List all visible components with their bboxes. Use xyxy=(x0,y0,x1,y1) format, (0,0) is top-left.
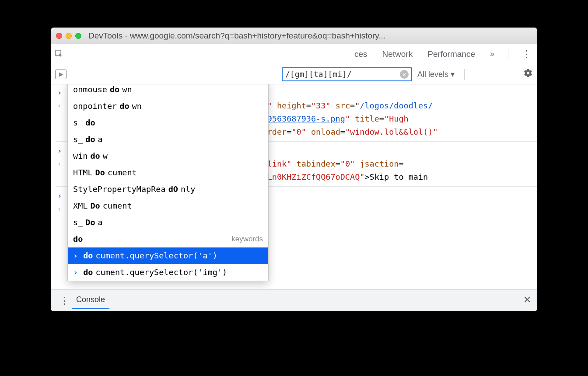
autocomplete-item[interactable]: s_doa xyxy=(68,131,268,148)
clear-filter-icon[interactable]: ✕ xyxy=(400,70,409,79)
devtools-window: DevTools - www.google.com/search?q=bash+… xyxy=(51,28,537,311)
autocomplete-item[interactable]: onpointerdown xyxy=(68,98,268,115)
drawer-menu-icon[interactable]: ⋮ xyxy=(57,290,72,306)
autocomplete-item[interactable]: XMLDocument xyxy=(68,198,268,214)
input-arrow-icon xyxy=(56,86,63,99)
log-levels-dropdown[interactable]: All levels ▾ xyxy=(417,70,455,79)
console-toolbar: /[gm][ta][mi]/ ✕ All levels ▾ xyxy=(51,64,537,84)
autocomplete-item[interactable]: dokeywords xyxy=(68,231,268,247)
autocomplete-item[interactable]: s_do xyxy=(68,115,268,131)
autocomplete-item-selected[interactable]: document.querySelector('a') xyxy=(68,247,268,264)
window-title: DevTools - www.google.com/search?q=bash+… xyxy=(88,31,532,41)
console-body: onmousedown onpointerdown s_do s_doa win… xyxy=(51,84,537,289)
traffic-lights xyxy=(56,33,81,39)
drawer: ⋮ Console ✕ xyxy=(51,289,537,311)
more-menu-icon[interactable]: ⋮ xyxy=(519,49,534,60)
window-titlebar: DevTools - www.google.com/search?q=bash+… xyxy=(51,28,537,44)
input-arrow-icon xyxy=(56,144,63,157)
console-filter-input[interactable]: /[gm][ta][mi]/ ✕ xyxy=(282,67,412,81)
inspect-element-icon[interactable] xyxy=(54,49,65,59)
filter-value: /[gm][ta][mi]/ xyxy=(285,70,400,79)
tab-partial[interactable]: ces xyxy=(350,49,372,59)
minimize-window-button[interactable] xyxy=(66,33,72,39)
divider xyxy=(508,49,508,60)
tab-more-icon[interactable]: » xyxy=(486,49,497,59)
devtools-tabbar: ces Network Performance » ⋮ xyxy=(51,44,537,64)
autocomplete-popup: onmousedown onpointerdown s_do s_doa win… xyxy=(67,84,269,281)
autocomplete-item[interactable]: HTMLDocument xyxy=(68,164,268,181)
autocomplete-item[interactable]: window xyxy=(68,148,268,164)
zoom-window-button[interactable] xyxy=(75,33,81,39)
tab-network[interactable]: Network xyxy=(378,49,417,59)
close-drawer-icon[interactable]: ✕ xyxy=(523,290,531,306)
autocomplete-item[interactable]: s_Doa xyxy=(68,214,268,231)
drawer-tab-console[interactable]: Console xyxy=(72,290,109,309)
eager-eval-arrow-icon xyxy=(56,202,63,216)
divider xyxy=(464,69,465,80)
input-arrow-icon xyxy=(56,189,63,202)
execution-context-icon[interactable] xyxy=(55,70,66,79)
output-arrow-icon xyxy=(56,157,63,171)
output-arrow-icon xyxy=(56,99,63,112)
autocomplete-item[interactable]: document.querySelector('img') xyxy=(68,264,268,281)
console-settings-icon[interactable] xyxy=(523,68,533,80)
log-levels-label: All levels ▾ xyxy=(417,70,455,79)
close-window-button[interactable] xyxy=(56,33,62,39)
autocomplete-item[interactable]: StylePropertyMapReadOnly xyxy=(68,181,268,198)
autocomplete-item[interactable]: onmousedown xyxy=(68,84,268,98)
tab-performance[interactable]: Performance xyxy=(423,49,480,59)
